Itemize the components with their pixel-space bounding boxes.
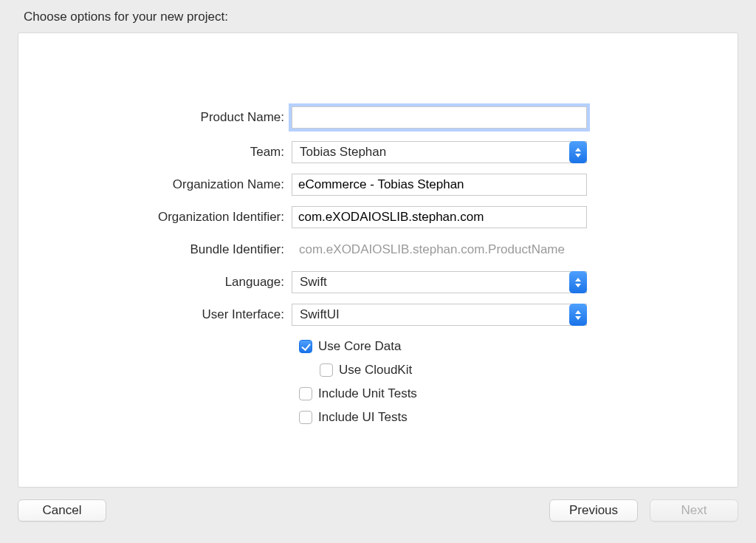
updown-arrows-icon <box>569 141 587 163</box>
organization-identifier-input[interactable] <box>292 206 587 228</box>
organization-name-label: Organization Name: <box>18 177 292 192</box>
language-label: Language: <box>18 275 292 290</box>
use-cloudkit-checkbox[interactable] <box>320 363 333 377</box>
next-button[interactable]: Next <box>650 499 738 522</box>
user-interface-label: User Interface: <box>18 307 292 322</box>
team-label: Team: <box>18 145 292 160</box>
organization-name-input[interactable] <box>292 174 587 196</box>
new-project-options-dialog: Choose options for your new project: Pro… <box>0 0 756 543</box>
user-interface-popup[interactable]: SwiftUI <box>292 304 587 326</box>
include-unit-tests-label: Include Unit Tests <box>318 386 417 401</box>
use-core-data-label: Use Core Data <box>318 339 401 354</box>
team-popup[interactable]: Tobias Stephan <box>292 141 587 163</box>
include-ui-tests-checkbox[interactable] <box>299 411 312 424</box>
use-cloudkit-label: Use CloudKit <box>339 363 412 378</box>
user-interface-value: SwiftUI <box>300 307 579 322</box>
team-value: Tobias Stephan <box>300 145 579 160</box>
updown-arrows-icon <box>569 271 587 293</box>
organization-identifier-label: Organization Identifier: <box>18 210 292 225</box>
product-name-input[interactable] <box>292 106 587 129</box>
options-form: Product Name: Team: Tobias Stephan Organ… <box>18 104 738 431</box>
cancel-button[interactable]: Cancel <box>18 499 106 522</box>
dialog-buttons: Cancel Previous Next <box>18 499 738 523</box>
use-core-data-checkbox[interactable] <box>299 340 312 353</box>
product-name-label: Product Name: <box>18 110 292 125</box>
options-checkboxes: Use Core Data Use CloudKit Include Unit … <box>18 336 738 428</box>
include-ui-tests-label: Include UI Tests <box>318 410 408 425</box>
include-unit-tests-checkbox[interactable] <box>299 387 312 400</box>
dialog-title: Choose options for your new project: <box>24 10 228 24</box>
language-popup[interactable]: Swift <box>292 271 587 293</box>
options-panel: Product Name: Team: Tobias Stephan Organ… <box>18 33 738 488</box>
language-value: Swift <box>300 275 579 290</box>
bundle-identifier-label: Bundle Identifier: <box>18 242 292 257</box>
bundle-identifier-value: com.eXODAIOSLIB.stephan.com.ProductName <box>292 242 587 257</box>
updown-arrows-icon <box>569 304 587 326</box>
previous-button[interactable]: Previous <box>549 499 638 522</box>
